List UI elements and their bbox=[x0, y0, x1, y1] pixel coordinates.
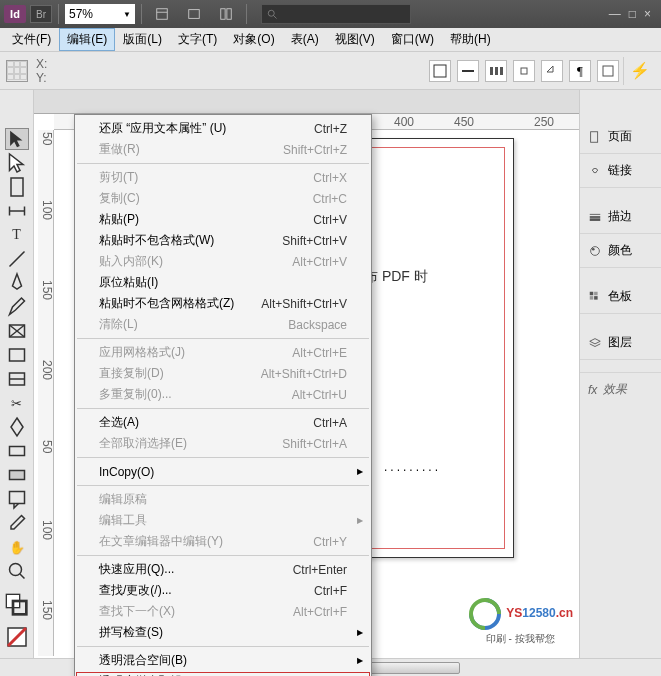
svg-rect-22 bbox=[9, 349, 24, 361]
menu-item: 贴入内部(K)Alt+Ctrl+V bbox=[75, 251, 371, 272]
menu-type[interactable]: 文字(T) bbox=[170, 28, 225, 51]
rectangle-frame-tool[interactable] bbox=[5, 320, 29, 342]
menu-item[interactable]: 查找/更改(/)...Ctrl+F bbox=[75, 580, 371, 601]
menu-item[interactable]: 原位粘贴(I) bbox=[75, 272, 371, 293]
menu-item[interactable]: 粘贴时不包含网格格式(Z)Alt+Shift+Ctrl+V bbox=[75, 293, 371, 314]
app-logo-id: Id bbox=[4, 5, 26, 23]
menu-file[interactable]: 文件(F) bbox=[4, 28, 59, 51]
menu-item[interactable]: 全选(A)Ctrl+A bbox=[75, 412, 371, 433]
menu-separator bbox=[77, 163, 369, 164]
zoom-level-input[interactable]: 57% ▼ bbox=[65, 4, 135, 24]
hand-tool[interactable]: ✋ bbox=[5, 536, 29, 558]
selection-tool[interactable] bbox=[5, 128, 29, 150]
page-tool[interactable] bbox=[5, 176, 29, 198]
menu-item-shortcut: Ctrl+Enter bbox=[293, 563, 347, 577]
svg-rect-9 bbox=[490, 67, 493, 75]
maximize-button[interactable]: □ bbox=[629, 7, 636, 21]
pencil-tool[interactable] bbox=[5, 296, 29, 318]
menu-item-label: 编辑工具 bbox=[99, 512, 147, 529]
stroke-weight[interactable] bbox=[457, 60, 479, 82]
close-button[interactable]: × bbox=[644, 7, 651, 21]
menu-separator bbox=[77, 408, 369, 409]
panel-pages[interactable]: 页面 bbox=[580, 120, 661, 154]
svg-rect-3 bbox=[221, 9, 225, 20]
type-tool[interactable]: T bbox=[5, 224, 29, 246]
svg-rect-43 bbox=[594, 296, 598, 300]
control-bar: X: Y: ¶ ⚡ bbox=[0, 52, 661, 90]
menu-item: 编辑工具 bbox=[75, 510, 371, 531]
menu-item[interactable]: 透明度拼合预设(F)... bbox=[75, 671, 371, 676]
note-tool[interactable] bbox=[5, 488, 29, 510]
menu-item[interactable]: 粘贴(P)Ctrl+V bbox=[75, 209, 371, 230]
menu-item-label: 在文章编辑器中编辑(Y) bbox=[99, 533, 223, 550]
menu-item: 应用网格格式(J)Alt+Ctrl+E bbox=[75, 342, 371, 363]
svg-point-5 bbox=[268, 10, 274, 16]
bridge-button[interactable]: Br bbox=[30, 5, 52, 23]
align-control[interactable] bbox=[485, 60, 507, 82]
help-search-input[interactable] bbox=[261, 4, 411, 24]
menu-item[interactable]: 快速应用(Q)...Ctrl+Enter bbox=[75, 559, 371, 580]
screen-mode-button[interactable] bbox=[180, 3, 208, 25]
menu-item-shortcut: Alt+Ctrl+V bbox=[292, 255, 347, 269]
menu-item[interactable]: InCopy(O) bbox=[75, 461, 371, 482]
arrange-button[interactable] bbox=[212, 3, 240, 25]
menu-item-label: 多重复制(0)... bbox=[99, 386, 172, 403]
pen-tool[interactable] bbox=[5, 272, 29, 294]
eyedropper-tool[interactable] bbox=[5, 512, 29, 534]
free-transform-tool[interactable] bbox=[5, 416, 29, 438]
gap-tool[interactable] bbox=[5, 200, 29, 222]
text-wrap-control[interactable] bbox=[513, 60, 535, 82]
menu-edit[interactable]: 编辑(E) bbox=[59, 28, 115, 51]
menu-table[interactable]: 表(A) bbox=[283, 28, 327, 51]
menu-item[interactable]: 粘贴时不包含格式(W)Shift+Ctrl+V bbox=[75, 230, 371, 251]
apply-color[interactable] bbox=[5, 626, 29, 648]
menu-item-label: InCopy(O) bbox=[99, 465, 154, 479]
fill-swatch[interactable] bbox=[429, 60, 451, 82]
menu-help[interactable]: 帮助(H) bbox=[442, 28, 499, 51]
menu-object[interactable]: 对象(O) bbox=[225, 28, 282, 51]
panel-stroke[interactable]: 描边 bbox=[580, 200, 661, 234]
menu-item-shortcut: Backspace bbox=[288, 318, 347, 332]
vertical-ruler: 50 100 150 200 50 100 150 bbox=[38, 130, 54, 656]
svg-rect-4 bbox=[227, 9, 231, 20]
direct-selection-tool[interactable] bbox=[5, 152, 29, 174]
panel-layers[interactable]: 图层 bbox=[580, 326, 661, 360]
menu-item-shortcut: Alt+Ctrl+E bbox=[292, 346, 347, 360]
svg-rect-34 bbox=[591, 131, 598, 142]
reference-point-widget[interactable] bbox=[6, 60, 28, 82]
view-options-button[interactable] bbox=[148, 3, 176, 25]
frame-options[interactable] bbox=[597, 60, 619, 82]
menu-item-label: 还原 “应用文本属性” (U) bbox=[99, 120, 226, 137]
menu-item-label: 剪切(T) bbox=[99, 169, 138, 186]
panel-swatches[interactable]: 色板 bbox=[580, 280, 661, 314]
menu-item[interactable]: 拼写检查(S) bbox=[75, 622, 371, 643]
menu-item-label: 编辑原稿 bbox=[99, 491, 147, 508]
paragraph-style-icon[interactable]: ¶ bbox=[569, 60, 591, 82]
scissors-tool[interactable]: ✂ bbox=[5, 392, 29, 414]
svg-point-28 bbox=[9, 564, 21, 576]
zoom-tool[interactable] bbox=[5, 560, 29, 582]
chevron-down-icon: ▼ bbox=[123, 10, 131, 19]
panel-dock: 页面 链接 描边 颜色 色板 图层 fx效果 bbox=[579, 90, 661, 676]
menu-view[interactable]: 视图(V) bbox=[327, 28, 383, 51]
menu-item-label: 透明混合空间(B) bbox=[99, 652, 187, 669]
quick-apply-button[interactable]: ⚡ bbox=[623, 57, 655, 85]
menu-layout[interactable]: 版面(L) bbox=[115, 28, 170, 51]
line-tool[interactable] bbox=[5, 248, 29, 270]
svg-rect-11 bbox=[500, 67, 503, 75]
panel-color[interactable]: 颜色 bbox=[580, 234, 661, 268]
gradient-feather-tool[interactable] bbox=[5, 464, 29, 486]
horizontal-grid-tool[interactable] bbox=[5, 368, 29, 390]
minimize-button[interactable]: — bbox=[609, 7, 621, 21]
fill-stroke-swap[interactable] bbox=[5, 594, 29, 616]
menu-item: 在文章编辑器中编辑(Y)Ctrl+Y bbox=[75, 531, 371, 552]
panel-effects[interactable]: fx效果 bbox=[580, 372, 661, 406]
corner-options[interactable] bbox=[541, 60, 563, 82]
menu-item[interactable]: 还原 “应用文本属性” (U)Ctrl+Z bbox=[75, 118, 371, 139]
panel-links[interactable]: 链接 bbox=[580, 154, 661, 188]
svg-rect-7 bbox=[434, 65, 446, 77]
gradient-swatch-tool[interactable] bbox=[5, 440, 29, 462]
menu-item[interactable]: 透明混合空间(B) bbox=[75, 650, 371, 671]
rectangle-tool[interactable] bbox=[5, 344, 29, 366]
menu-window[interactable]: 窗口(W) bbox=[383, 28, 442, 51]
